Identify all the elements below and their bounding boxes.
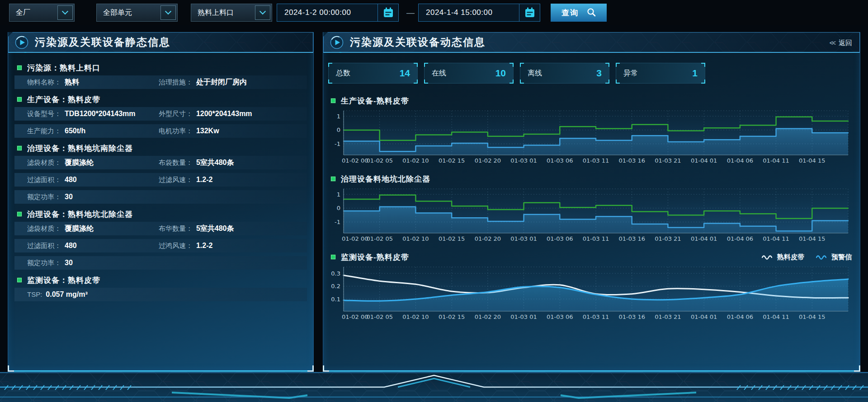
kv-row: TSP:0.057 mg/m³	[14, 288, 307, 301]
date-to-input[interactable]: 2024-1-4 15:00:00	[418, 4, 540, 22]
kv-label: 过鸿风速：	[159, 242, 193, 250]
chart-block: 治理设备料地坑北除尘器10-101-02 0001-02 0501-02 100…	[328, 173, 860, 245]
charts-container: 生产设备-熟料皮带10-101-02 0001-02 0501-02 1001-…	[328, 94, 860, 323]
kv-cell: 外型尺寸：1200*204143mm	[159, 110, 252, 118]
chart-title-row: 治理设备料地坑北除尘器	[328, 173, 860, 185]
kv-value: 0.057 mg/m³	[46, 290, 87, 299]
green-square-bullet-icon	[17, 146, 22, 150]
kv-value: 1200*204143mm	[196, 110, 252, 118]
green-square-bullet-icon	[331, 255, 335, 259]
x-tick-label: 01-02 05	[366, 313, 392, 320]
kv-cell: 布华数量：5室共480条	[159, 224, 234, 234]
device-stats-row: 总数14在线10离线3异常1	[328, 63, 860, 84]
chevron-down-icon[interactable]	[160, 5, 176, 20]
chart-legend: 熟料皮带预警信	[762, 253, 852, 262]
wave-icon	[762, 254, 774, 260]
y-tick-label: 0	[337, 205, 340, 211]
plant-select[interactable]: 全厂	[9, 4, 75, 22]
source-select-value: 熟料上料口	[198, 8, 251, 18]
stat-card: 在线10	[424, 63, 514, 84]
kv-cell: 过滤风速：1.2-2	[159, 176, 212, 184]
kv-cell: 物料名称：熟料	[27, 78, 159, 87]
stat-value: 3	[596, 68, 602, 79]
kv-cell: 额定功率：30	[27, 193, 159, 201]
legend-item[interactable]: 预警信	[816, 253, 852, 262]
chevron-down-icon[interactable]	[255, 5, 270, 20]
x-tick-label: 01-03 01	[510, 235, 537, 242]
calendar-icon[interactable]	[377, 4, 398, 21]
kv-label: 设备型号：	[27, 110, 61, 118]
kv-label: 治理措施：	[159, 78, 193, 87]
x-tick-label: 01-02 00	[342, 235, 368, 242]
x-tick-label: 01-03 06	[547, 313, 573, 320]
x-tick-label: 01-04 15	[799, 157, 825, 164]
x-tick-label: 01-04 06	[727, 157, 753, 164]
x-tick-label: 01-04 11	[763, 157, 789, 164]
x-tick-label: 01-04 06	[727, 235, 753, 242]
chart-svg: 0.30.20.101-02 0001-02 0501-02 1001-02 1…	[328, 264, 853, 321]
kv-label: 布袋数量：	[159, 159, 193, 167]
y-tick-label: -1	[335, 140, 340, 147]
x-tick-label: 01-04 06	[727, 313, 753, 320]
kv-row: 物料名称：熟料治理措施：处于封闭厂房内	[14, 75, 307, 89]
x-tick-label: 01-04 01	[691, 235, 717, 242]
kv-label: 额定功率：	[27, 259, 61, 267]
x-tick-label: 01-03 16	[618, 235, 645, 242]
kv-row: 设备型号：TDB1200*204143mm外型尺寸：1200*204143mm	[14, 107, 307, 121]
green-square-bullet-icon	[17, 278, 22, 282]
y-tick-label: 1	[337, 191, 340, 198]
kv-value: 处于封闭厂房内	[196, 78, 247, 87]
dynamic-panel-title: 污染源及关联设备动态信息	[350, 35, 486, 49]
play-icon	[15, 36, 28, 49]
plant-select-value: 全厂	[16, 8, 54, 18]
date-from-input[interactable]: 2024-1-2 00:00:00	[277, 4, 399, 22]
section-title: 监测设备：熟料皮带	[27, 275, 100, 285]
y-tick-label: 0.1	[331, 296, 340, 303]
stat-card: 离线3	[520, 63, 609, 84]
green-square-bullet-icon	[17, 97, 22, 102]
unit-select[interactable]: 全部单元	[96, 4, 178, 22]
kv-value: 5室共480条	[196, 158, 234, 168]
stat-card: 异常1	[616, 63, 705, 84]
stat-card: 总数14	[328, 63, 418, 84]
kv-row: 额定功率：30	[14, 190, 307, 204]
y-tick-label: -1	[335, 219, 340, 225]
back-button-label: 返回	[839, 39, 852, 47]
back-button[interactable]: << 返回	[830, 33, 852, 53]
kv-value: TDB1200*204143mm	[65, 110, 136, 118]
back-arrows-icon: <<	[830, 39, 835, 47]
legend-item[interactable]: 熟料皮带	[762, 253, 804, 262]
chevron-down-icon[interactable]	[57, 5, 73, 20]
kv-cell: 布袋数量：5室共480条	[159, 158, 234, 168]
x-tick-label: 01-03 21	[655, 157, 681, 164]
calendar-icon[interactable]	[519, 4, 540, 21]
stat-label: 异常	[623, 69, 638, 78]
kv-row: 生产能力：650t/h电机功率：132Kw	[14, 124, 307, 138]
dynamic-info-panel-header: 污染源及关联设备动态信息 << 返回	[323, 32, 860, 53]
kv-cell: 生产能力：650t/h	[27, 127, 159, 136]
x-tick-label: 01-02 20	[475, 313, 501, 320]
x-tick-label: 01-03 01	[510, 313, 537, 320]
date-from-value: 2024-1-2 00:00:00	[277, 8, 377, 17]
y-tick-label: 1	[337, 113, 340, 120]
section-title: 污染源：熟料上料口	[27, 63, 100, 73]
section-title: 治理设备：熟料地坑北除尘器	[27, 209, 133, 220]
x-tick-label: 01-03 01	[510, 157, 537, 164]
chart-title: 生产设备-熟料皮带	[341, 96, 409, 106]
chart-title-row: 生产设备-熟料皮带	[328, 94, 860, 107]
chart-title: 治理设备料地坑北除尘器	[341, 174, 430, 184]
kv-label: 布华数量：	[159, 224, 193, 233]
source-select[interactable]: 熟料上料口	[191, 4, 272, 22]
x-tick-label: 01-04 15	[799, 235, 825, 242]
kv-cell: TSP:0.057 mg/m³	[27, 290, 159, 299]
x-tick-label: 01-04 01	[691, 157, 717, 164]
unit-select-value: 全部单元	[103, 8, 157, 18]
chart-block: 生产设备-熟料皮带10-101-02 0001-02 0501-02 1001-…	[328, 94, 860, 167]
static-info-panel: 污染源及关联设备静态信息 污染源：熟料上料口物料名称：熟料治理措施：处于封闭厂房…	[8, 32, 314, 372]
query-button-label: 查询	[561, 8, 579, 18]
x-tick-label: 01-02 05	[366, 235, 392, 242]
x-tick-label: 01-04 11	[763, 313, 789, 320]
query-button[interactable]: 查询	[551, 4, 607, 22]
y-tick-label: 0.3	[331, 270, 340, 277]
search-icon	[587, 8, 596, 18]
